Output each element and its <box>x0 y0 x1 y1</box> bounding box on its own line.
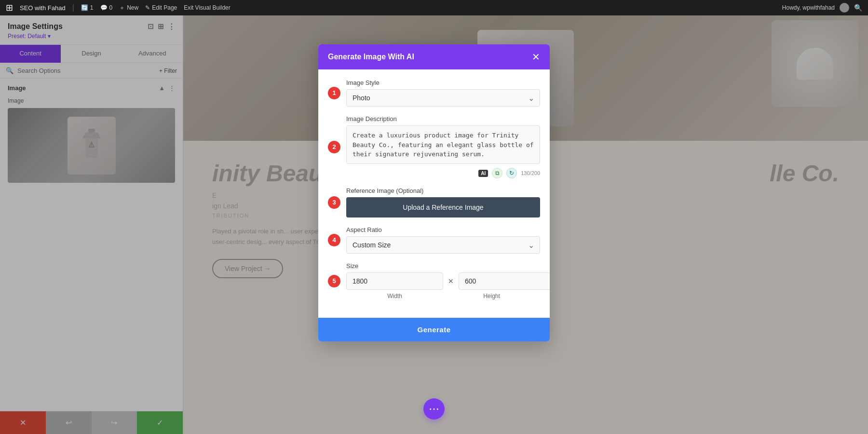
modal-close-button[interactable]: ✕ <box>532 52 540 62</box>
site-name[interactable]: SEO with Fahad <box>20 4 66 12</box>
aspect-ratio-label: Aspect Ratio <box>346 226 540 233</box>
step-2-circle: 2 <box>328 141 340 153</box>
exit-builder-link[interactable]: Exit Visual Builder <box>184 4 231 11</box>
generate-button[interactable]: Generate <box>318 318 550 341</box>
avatar <box>840 3 849 13</box>
height-input[interactable] <box>459 272 550 290</box>
image-style-group: 1 Image Style Photo Illustration 3D Rend… <box>328 79 540 107</box>
width-label: Width <box>346 293 443 299</box>
step-5-circle: 5 <box>328 275 340 287</box>
textarea-footer: AI ⧉ ↻ 130/200 <box>346 168 540 178</box>
howdy-text: Howdy, wpwithfahad <box>782 4 835 11</box>
new-link[interactable]: ＋ New <box>119 4 138 12</box>
pencil-icon: ✎ <box>145 4 150 11</box>
plus-icon: ＋ <box>119 4 125 12</box>
refresh-icon[interactable]: ↻ <box>506 168 517 178</box>
modal-body: 1 Image Style Photo Illustration 3D Rend… <box>318 69 550 318</box>
comments-icon: 💬 <box>100 4 108 11</box>
image-style-label: Image Style <box>346 79 540 86</box>
size-labels: Width Height <box>346 293 540 299</box>
image-style-select[interactable]: Photo Illustration 3D Render Sketch Wate… <box>346 89 540 107</box>
textarea-wrapper: Create a luxurious product image for Tri… <box>346 125 540 178</box>
width-input[interactable] <box>346 272 443 290</box>
size-group: 5 Size ✕ Width Height <box>328 262 540 299</box>
image-description-wrapper: 2 Image Description Create a luxurious p… <box>346 115 540 178</box>
floating-action-button[interactable]: ⋯ <box>423 398 445 420</box>
ai-badge: AI <box>478 170 488 177</box>
aspect-ratio-select-wrapper: Custom Size 1:1 4:3 16:9 9:16 <box>346 236 540 254</box>
size-label: Size <box>346 262 540 270</box>
reference-image-wrapper: 3 Reference Image (Optional) Upload a Re… <box>346 187 540 217</box>
image-description-group: 2 Image Description Create a luxurious p… <box>328 115 540 178</box>
reference-image-label: Reference Image (Optional) <box>346 187 540 194</box>
step-4-circle: 4 <box>328 234 340 246</box>
image-description-textarea[interactable]: Create a luxurious product image for Tri… <box>346 125 540 164</box>
reference-image-group: 3 Reference Image (Optional) Upload a Re… <box>328 187 540 217</box>
revisions-icon: 🔄 <box>81 4 88 11</box>
aspect-ratio-group: 4 Aspect Ratio Custom Size 1:1 4:3 16:9 … <box>328 226 540 254</box>
modal-title: Generate Image With AI <box>328 53 414 61</box>
size-wrapper: 5 Size ✕ Width Height <box>346 262 540 299</box>
size-x-separator: ✕ <box>448 277 454 285</box>
size-row: ✕ <box>346 272 540 290</box>
wordpress-logo-icon: ⊞ <box>6 2 13 13</box>
modal-header: Generate Image With AI ✕ <box>318 44 550 69</box>
height-label: Height <box>443 293 540 299</box>
modal-overlay: Generate Image With AI ✕ 1 Image Style P… <box>0 15 868 434</box>
search-icon[interactable]: 🔍 <box>854 4 862 12</box>
revisions-link[interactable]: 🔄 1 <box>81 4 94 11</box>
aspect-ratio-wrapper: 4 Aspect Ratio Custom Size 1:1 4:3 16:9 … <box>346 226 540 254</box>
admin-bar: ⊞ SEO with Fahad | 🔄 1 💬 0 ＋ New ✎ Edit … <box>0 0 868 15</box>
image-style-wrapper: 1 Image Style Photo Illustration 3D Rend… <box>346 79 540 107</box>
comments-link[interactable]: 💬 0 <box>100 4 113 11</box>
ai-generate-modal: Generate Image With AI ✕ 1 Image Style P… <box>318 44 550 341</box>
step-1-circle: 1 <box>328 87 340 99</box>
upload-reference-image-button[interactable]: Upload a Reference Image <box>346 197 540 217</box>
edit-page-link[interactable]: ✎ Edit Page <box>145 4 177 11</box>
image-description-label: Image Description <box>346 115 540 122</box>
step-3-circle: 3 <box>328 196 340 209</box>
aspect-ratio-select[interactable]: Custom Size 1:1 4:3 16:9 9:16 <box>346 236 540 254</box>
image-style-select-wrapper: Photo Illustration 3D Render Sketch Wate… <box>346 89 540 107</box>
copy-icon[interactable]: ⧉ <box>492 168 502 178</box>
char-count: 130/200 <box>521 170 540 176</box>
